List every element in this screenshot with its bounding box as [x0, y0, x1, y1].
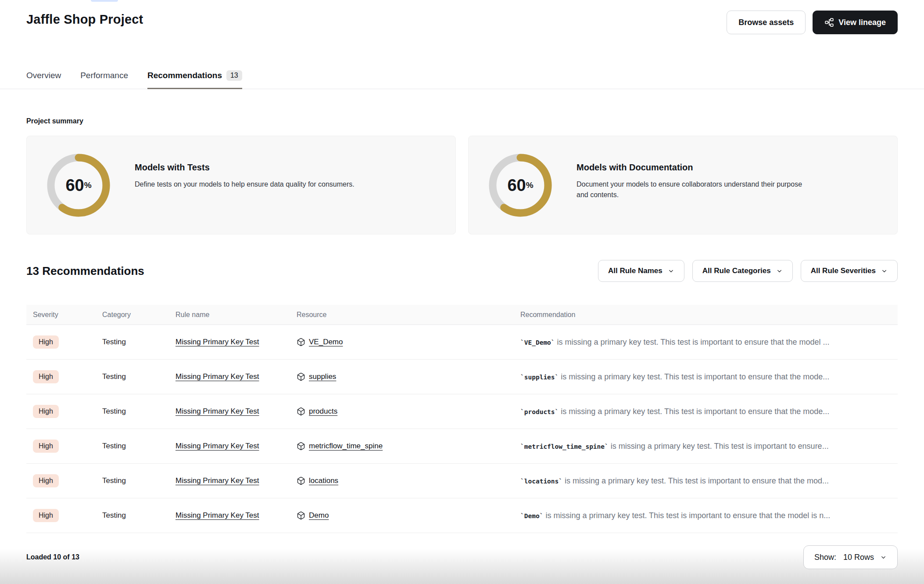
- model-icon: [297, 372, 305, 381]
- chevron-down-icon: [880, 554, 887, 561]
- tests-donut-chart: 60%: [46, 153, 111, 218]
- resource-link[interactable]: supplies: [309, 372, 336, 381]
- table-row: High Testing Missing Primary Key Test su…: [26, 360, 898, 394]
- resource-link[interactable]: Demo: [309, 511, 329, 520]
- recommendations-heading: 13 Recommendations: [26, 264, 144, 278]
- tab-recommendations-label: Recommendations: [147, 71, 222, 80]
- tab-overview[interactable]: Overview: [26, 70, 61, 89]
- project-summary-label: Project summary: [26, 117, 898, 125]
- table-row: High Testing Missing Primary Key Test VE…: [26, 325, 898, 360]
- documentation-percent-value: 60: [507, 176, 526, 195]
- resource-link[interactable]: VE_Demo: [309, 338, 343, 346]
- table-row: High Testing Missing Primary Key Test De…: [26, 498, 898, 533]
- recommendation-code: `VE_Demo`: [520, 339, 555, 346]
- model-icon: [297, 338, 305, 346]
- rule-names-filter[interactable]: All Rule Names: [598, 260, 684, 282]
- severity-badge: High: [33, 440, 59, 453]
- rule-name-link[interactable]: Missing Primary Key Test: [175, 476, 259, 485]
- tab-overview-label: Overview: [26, 71, 61, 80]
- recommendations-count-badge: 13: [226, 70, 242, 81]
- tab-recommendations[interactable]: Recommendations 13: [147, 70, 242, 89]
- browse-assets-button[interactable]: Browse assets: [727, 11, 806, 34]
- page-title: Jaffle Shop Project: [26, 12, 143, 27]
- recommendation-text: is missing a primary key test. This test…: [543, 511, 830, 520]
- header-actions: Browse assets View lineage: [727, 11, 898, 34]
- view-lineage-label: View lineage: [838, 18, 886, 27]
- documentation-card-title: Models with Documentation: [577, 162, 816, 173]
- models-with-tests-card: 60% Models with Tests Define tests on yo…: [26, 136, 456, 234]
- rule-name-link[interactable]: Missing Primary Key Test: [175, 338, 259, 346]
- category-cell: Testing: [102, 511, 175, 520]
- recommendation-text: is missing a primary key test. This test…: [559, 407, 829, 416]
- recommendation-code: `metricflow_time_spine`: [520, 443, 609, 450]
- tests-percent-value: 60: [65, 176, 84, 195]
- rule-name-link[interactable]: Missing Primary Key Test: [175, 442, 259, 450]
- model-icon: [297, 407, 305, 416]
- category-cell: Testing: [102, 476, 175, 485]
- documentation-percent-symbol: %: [526, 180, 534, 190]
- rule-categories-filter[interactable]: All Rule Categories: [692, 260, 793, 282]
- recommendations-table: Severity Category Rule name Resource Rec…: [26, 305, 898, 533]
- resource-link[interactable]: locations: [309, 476, 338, 485]
- rows-per-page-select[interactable]: Show:10 Rows: [803, 545, 898, 569]
- table-row: High Testing Missing Primary Key Test pr…: [26, 394, 898, 429]
- lineage-icon: [824, 18, 834, 27]
- category-cell: Testing: [102, 407, 175, 416]
- recommendation-code: `products`: [520, 408, 559, 415]
- table-row: High Testing Missing Primary Key Test lo…: [26, 464, 898, 498]
- col-rule-name: Rule name: [175, 311, 297, 319]
- page-header: Jaffle Shop Project Browse assets View l…: [0, 0, 924, 34]
- documentation-card-text: Models with Documentation Document your …: [577, 153, 816, 200]
- model-icon: [297, 511, 305, 520]
- category-cell: Testing: [102, 372, 175, 381]
- table-header-row: Severity Category Rule name Resource Rec…: [26, 305, 898, 325]
- tab-performance-label: Performance: [80, 71, 128, 80]
- recommendation-text: is missing a primary key test. This test…: [559, 372, 829, 381]
- rule-name-link[interactable]: Missing Primary Key Test: [175, 511, 259, 519]
- recommendation-code: `supplies`: [520, 374, 559, 381]
- table-row: High Testing Missing Primary Key Test me…: [26, 429, 898, 464]
- col-resource: Resource: [297, 311, 520, 319]
- severity-badge: High: [33, 405, 59, 418]
- resource-link[interactable]: products: [309, 407, 337, 416]
- rule-severities-filter[interactable]: All Rule Severities: [801, 260, 898, 282]
- model-icon: [297, 476, 305, 485]
- rule-names-filter-label: All Rule Names: [608, 267, 663, 275]
- rule-severities-filter-label: All Rule Severities: [811, 267, 876, 275]
- rule-categories-filter-label: All Rule Categories: [702, 267, 771, 275]
- tests-percent-symbol: %: [84, 180, 92, 190]
- tests-card-title: Models with Tests: [135, 162, 355, 173]
- severity-badge: High: [33, 335, 59, 349]
- show-label: Show:: [814, 553, 836, 562]
- model-icon: [297, 442, 305, 451]
- rule-name-link[interactable]: Missing Primary Key Test: [175, 372, 259, 381]
- browse-assets-label: Browse assets: [738, 18, 794, 27]
- severity-badge: High: [33, 370, 59, 383]
- show-value: 10 Rows: [843, 553, 874, 562]
- col-recommendation: Recommendation: [520, 311, 898, 319]
- tab-performance[interactable]: Performance: [80, 70, 128, 89]
- chevron-down-icon: [776, 268, 783, 274]
- top-clipped-element: [91, 0, 118, 2]
- severity-badge: High: [33, 474, 59, 487]
- tests-card-description: Define tests on your models to help ensu…: [135, 179, 355, 190]
- models-with-documentation-card: 60% Models with Documentation Document y…: [468, 136, 898, 234]
- recommendation-code: `locations`: [520, 478, 562, 485]
- resource-link[interactable]: metricflow_time_spine: [309, 442, 383, 451]
- recommendation-text: is missing a primary key test. This test…: [562, 476, 829, 485]
- category-cell: Testing: [102, 338, 175, 346]
- col-category: Category: [102, 311, 175, 319]
- tests-card-text: Models with Tests Define tests on your m…: [135, 153, 355, 190]
- view-lineage-button[interactable]: View lineage: [813, 11, 898, 34]
- recommendation-code: `Demo`: [520, 512, 543, 519]
- tab-bar: Overview Performance Recommendations 13: [0, 70, 924, 89]
- rule-name-link[interactable]: Missing Primary Key Test: [175, 407, 259, 415]
- summary-cards: 60% Models with Tests Define tests on yo…: [0, 136, 924, 234]
- documentation-card-description: Document your models to ensure collabora…: [577, 179, 816, 200]
- chevron-down-icon: [881, 268, 888, 274]
- recommendation-text: is missing a primary key test. This test…: [555, 338, 830, 346]
- recommendations-page: Jaffle Shop Project Browse assets View l…: [0, 0, 924, 584]
- filter-bar: All Rule Names All Rule Categories All R…: [598, 260, 898, 282]
- category-cell: Testing: [102, 442, 175, 451]
- chevron-down-icon: [668, 268, 674, 274]
